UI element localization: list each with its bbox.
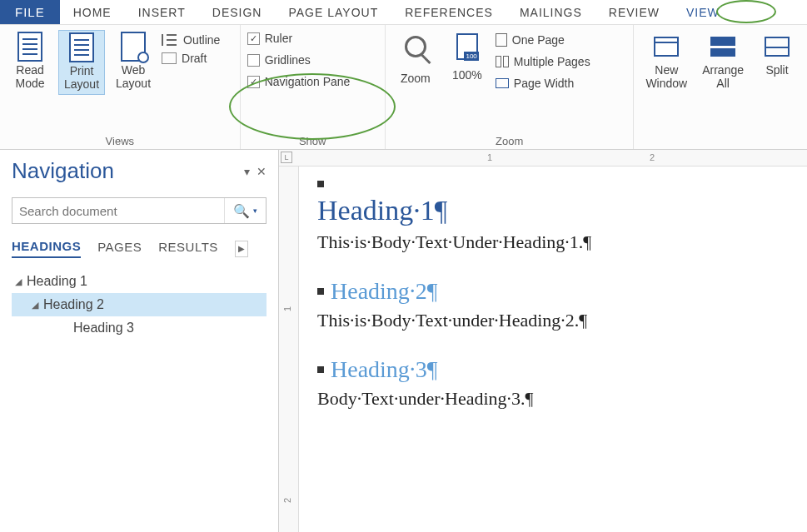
one-page-button[interactable]: One Page <box>496 33 590 47</box>
nav-pane-title: Navigation <box>12 158 114 184</box>
window-group-label <box>640 146 800 147</box>
gridlines-checkbox[interactable]: Gridlines <box>247 53 351 67</box>
heading-3[interactable]: Heading·3¶ <box>331 356 438 382</box>
split-button[interactable]: Split <box>754 30 800 80</box>
nav-pane-options-icon[interactable]: ▾ <box>244 165 250 178</box>
tab-file[interactable]: FILE <box>0 0 60 24</box>
tab-design[interactable]: DESIGN <box>199 0 276 24</box>
tab-stop-marker[interactable]: L <box>281 152 292 163</box>
new-window-label: New Window <box>645 63 687 90</box>
nav-tab-more[interactable]: ▶ <box>235 241 248 257</box>
draft-icon <box>162 52 177 64</box>
multiple-pages-button[interactable]: Multiple Pages <box>496 55 590 68</box>
navigation-pane-checkbox[interactable]: Navigation Pane <box>247 75 351 88</box>
zoom-label: Zoom <box>401 72 431 85</box>
outline-label: Outline <box>183 33 220 47</box>
ruler-mark: 2 <box>650 152 655 162</box>
views-group-label: Views <box>7 133 233 147</box>
ruler-checkbox[interactable]: Ruler <box>247 32 351 45</box>
web-layout-label: Web Layout <box>116 63 151 90</box>
search-icon: 🔍 <box>233 203 250 219</box>
body-text[interactable]: This·is·Body·Text·under·Heading·2.¶ <box>317 310 794 331</box>
page-100-icon: 100 <box>454 33 481 60</box>
tab-review[interactable]: REVIEW <box>595 0 673 24</box>
zoom-group-label: Zoom <box>392 133 627 147</box>
chevron-down-icon: ▾ <box>253 206 257 215</box>
arrange-all-button[interactable]: Arrange All <box>697 30 749 93</box>
close-icon[interactable]: ✕ <box>257 165 267 178</box>
arrange-all-icon <box>710 33 736 60</box>
print-layout-button[interactable]: Print Layout <box>58 30 105 95</box>
read-mode-label: Read Mode <box>15 63 44 90</box>
split-label: Split <box>765 63 788 77</box>
show-group-label: Show <box>247 133 378 147</box>
tree-item-label: Heading 2 <box>43 297 104 312</box>
zoom-icon <box>402 33 429 60</box>
caret-icon: ◢ <box>15 276 27 287</box>
zoom-100-button[interactable]: 100 100% <box>444 30 491 85</box>
read-mode-icon <box>17 33 43 60</box>
ribbon-tabs: FILE HOME INSERT DESIGN PAGE LAYOUT REFE… <box>0 0 807 25</box>
web-layout-icon <box>120 33 147 60</box>
document-canvas: L 1 2 1 2 Heading·1¶ This·is·Body·Text·U… <box>279 150 807 532</box>
heading-2[interactable]: Heading·2¶ <box>331 278 438 304</box>
page-width-label: Page Width <box>514 77 574 90</box>
search-box[interactable]: 🔍▾ <box>12 197 267 224</box>
caret-icon: ◢ <box>32 300 43 311</box>
headings-tree: ◢ Heading 1 ◢ Heading 2 Heading 3 <box>12 270 267 340</box>
bullet-icon <box>317 288 324 295</box>
checkbox-icon <box>247 76 260 88</box>
ruler-label: Ruler <box>265 32 292 45</box>
read-mode-button[interactable]: Read Mode <box>7 30 53 93</box>
gridlines-label: Gridlines <box>265 53 311 67</box>
bullet-icon <box>317 181 324 187</box>
draft-label: Draft <box>182 52 207 65</box>
checkbox-icon <box>247 32 260 45</box>
outline-icon <box>162 34 178 46</box>
main-area: Navigation ▾ ✕ 🔍▾ HEADINGS PAGES RESULTS… <box>0 150 807 532</box>
ribbon: Read Mode Print Layout Web Layout Outlin… <box>0 25 807 150</box>
nav-tab-pages[interactable]: PAGES <box>97 240 142 257</box>
multiple-pages-label: Multiple Pages <box>514 55 590 68</box>
tree-item-h1[interactable]: ◢ Heading 1 <box>12 270 267 293</box>
tree-item-h3[interactable]: Heading 3 <box>12 316 267 340</box>
ruler-mark: 2 <box>282 498 292 503</box>
search-input[interactable] <box>12 204 224 218</box>
tree-item-label: Heading 1 <box>27 274 87 289</box>
search-button[interactable]: 🔍▾ <box>224 198 266 223</box>
document-page[interactable]: Heading·1¶ This·is·Body·Text·Under·Headi… <box>304 170 807 532</box>
tree-item-h2[interactable]: ◢ Heading 2 <box>12 293 267 316</box>
page-width-icon <box>496 78 509 88</box>
body-text[interactable]: Body·Text·under·Heading·3.¶ <box>317 388 794 410</box>
split-icon <box>764 33 790 60</box>
page-width-button[interactable]: Page Width <box>496 77 590 90</box>
draft-button[interactable]: Draft <box>162 52 220 65</box>
vertical-ruler[interactable]: 1 2 <box>279 167 299 532</box>
tab-mailings[interactable]: MAILINGS <box>506 0 595 24</box>
tree-item-label: Heading 3 <box>73 321 134 336</box>
tab-insert[interactable]: INSERT <box>125 0 199 24</box>
zoom-100-label: 100% <box>452 68 482 82</box>
nav-tab-headings[interactable]: HEADINGS <box>12 239 81 258</box>
tab-page-layout[interactable]: PAGE LAYOUT <box>275 0 391 24</box>
heading-1[interactable]: Heading·1¶ <box>317 195 794 226</box>
outline-button[interactable]: Outline <box>162 33 220 47</box>
tab-home[interactable]: HOME <box>60 0 125 24</box>
web-layout-button[interactable]: Web Layout <box>110 30 157 93</box>
multiple-pages-icon <box>496 56 509 67</box>
new-window-button[interactable]: New Window <box>640 30 692 93</box>
body-text[interactable]: This·is·Body·Text·Under·Heading·1.¶ <box>317 231 794 253</box>
ruler-mark: 1 <box>282 306 292 311</box>
navigation-pane: Navigation ▾ ✕ 🔍▾ HEADINGS PAGES RESULTS… <box>0 150 279 532</box>
zoom-button[interactable]: Zoom <box>392 30 439 88</box>
print-layout-icon <box>68 34 95 61</box>
print-layout-label: Print Layout <box>64 64 99 91</box>
checkbox-icon <box>247 54 260 67</box>
tab-references[interactable]: REFERENCES <box>391 0 506 24</box>
nav-pane-label: Navigation Pane <box>265 75 351 88</box>
one-page-icon <box>496 33 507 47</box>
arrange-all-label: Arrange All <box>702 63 744 90</box>
tab-view[interactable]: VIEW <box>673 0 733 24</box>
nav-tab-results[interactable]: RESULTS <box>158 240 218 257</box>
horizontal-ruler[interactable]: L 1 2 <box>279 150 807 167</box>
